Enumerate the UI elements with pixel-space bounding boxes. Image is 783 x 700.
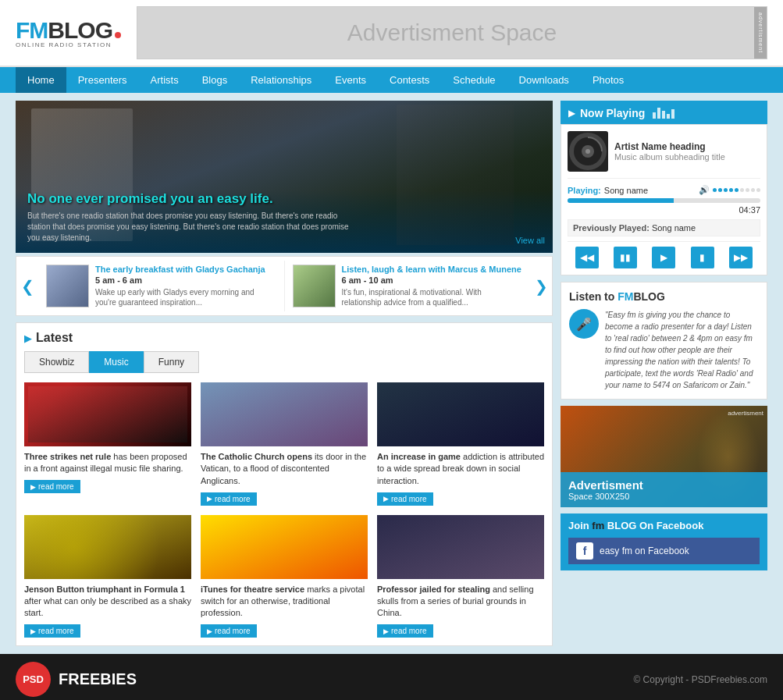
fb-title-on: On Facebook [636,520,703,531]
artist-name: Artist Name heading [614,141,725,152]
equalizer-bars [653,108,674,119]
logo-dot-icon [115,32,121,38]
nav-artists[interactable]: Artists [139,67,190,93]
carousel-item-2-title[interactable]: Listen, laugh & learn with Marcus & Mune… [342,265,523,274]
logo: FM BLOG ONLINE RADIO STATION [16,17,121,48]
progress-bar[interactable] [568,198,760,203]
play-button[interactable]: ▶ [652,247,675,268]
listen-title: Listen to FMBLOG [569,290,759,303]
nav-presenters[interactable]: Presenters [66,67,139,93]
ad-banner-side-label: advertisment [754,7,767,59]
artist-thumbnail [568,131,608,172]
news-title-2: The Catholic Church opens its door in th… [201,451,368,487]
carousel-next-arrow[interactable]: ❯ [530,277,552,296]
news-thumb-6 [377,515,544,579]
news-thumb-3 [377,382,544,446]
footer-logo: PSD FREEBIES [16,662,137,697]
music-disc-icon [568,132,607,171]
read-more-3[interactable]: ▶ read more [377,492,433,506]
facebook-icon: f [576,542,593,560]
logo-blog: BLOG [48,17,112,44]
news-item-4: Jenson Button triumphant in Formula 1 af… [24,515,191,638]
ad-box-text-overlay: Advertisment Space 300X250 [561,472,767,507]
logo-fm: FM [16,17,48,44]
carousel: ❮ The early breakfast with Gladys Gachan… [16,256,553,316]
current-song: Song name [604,186,648,195]
news-title-4-bold[interactable]: Jenson Button triumphant in Formula 1 [24,585,185,594]
svg-point-3 [585,149,590,154]
news-title-6-bold[interactable]: Professor jailed for stealing [377,585,490,594]
time-display: 04:37 [568,205,760,215]
latest-title: Latest [36,331,73,345]
read-more-2[interactable]: ▶ read more [201,492,257,506]
news-title-1-bold[interactable]: Three strikes net rule [24,452,111,461]
news-title-1: Three strikes net rule has been proposed… [24,451,191,475]
latest-header: ▶ Latest [24,331,544,345]
listen-body: 🎤 "Easy fm is giving you the chance to b… [569,309,759,391]
playing-label: Playing: [568,186,601,195]
hero-view-all[interactable]: View all [515,236,545,245]
playing-row: Playing: Song name 🔊 [568,185,760,195]
navigation: Home Presenters Artists Blogs Relationsh… [0,67,783,93]
listen-section: Listen to FMBLOG 🎤 "Easy fm is giving yo… [561,282,767,400]
carousel-item-2-desc: It's fun, inspirational & motivational. … [342,287,523,307]
carousel-item-1-title[interactable]: The early breakfast with Gladys Gachanja [95,265,276,274]
latest-arrow-icon: ▶ [24,332,32,344]
freebies-label: FREEBIES [59,670,137,688]
read-more-4[interactable]: ▶ read more [24,624,80,638]
news-thumb-5 [201,515,368,579]
fb-title-blog: BLOG [604,520,636,531]
facebook-link[interactable]: f easy fm on Facebook [568,538,760,564]
nav-photos[interactable]: Photos [581,67,635,93]
news-title-2-bold[interactable]: The Catholic Church opens [201,452,312,461]
hero-description: But there's one readio station that does… [27,211,355,243]
footer: PSD FREEBIES © Copyright - PSDFreebies.c… [0,654,783,700]
ad-box-size: Space 300X250 [568,492,760,501]
copyright: © Copyright - PSDFreebies.com [633,674,767,685]
nav-schedule[interactable]: Schedule [441,67,507,93]
nav-contests[interactable]: Contests [378,67,441,93]
nav-relationships[interactable]: Relationships [239,67,323,93]
news-title-3: An increase in game addiction is attribu… [377,451,544,487]
skip-forward-button[interactable]: ▶▶ [729,247,753,268]
ad-box-title: Advertisment [568,478,760,492]
news-title-3-bold[interactable]: An increase in game [377,452,461,461]
carousel-item-2-info: Listen, laugh & learn with Marcus & Mune… [342,265,523,307]
fb-title-join: Join [568,520,592,531]
facebook-link-text: easy fm on Facebook [600,545,689,556]
ad-box-label: advertisment [728,410,763,417]
listen-fm: FM [618,290,633,303]
latest-section: ▶ Latest Showbiz Music Funny [16,322,553,646]
volume-dots [713,188,760,192]
news-title-5-bold[interactable]: iTunes for theatre service [201,585,304,594]
microphone-icon: 🎤 [569,309,599,339]
tab-music[interactable]: Music [89,351,143,373]
listen-description: "Easy fm is giving you the chance to bec… [605,309,759,391]
right-column: ▶ Now Playing [561,101,767,646]
read-more-5[interactable]: ▶ read more [201,624,257,638]
read-more-1[interactable]: ▶ read more [24,480,80,493]
ad-box-background: Advertisment Space 300X250 [561,406,767,507]
nav-home[interactable]: Home [16,67,66,93]
carousel-item-1-time: 5 am - 6 am [95,275,276,285]
tab-showbiz[interactable]: Showbiz [24,351,89,373]
nav-downloads[interactable]: Downloads [507,67,581,93]
news-grid-row1: Three strikes net rule has been proposed… [24,382,544,506]
facebook-section: Join fm BLOG On Facebook f easy fm on Fa… [561,513,767,570]
read-more-6[interactable]: ▶ read more [377,624,433,638]
nav-blogs[interactable]: Blogs [190,67,240,93]
stop-button[interactable]: ▮ [691,247,714,268]
pause-button[interactable]: ▮▮ [614,247,637,268]
nav-events[interactable]: Events [323,67,378,93]
main-wrapper: No one ever promised you an easy life. B… [0,93,783,654]
news-grid-row2: Jenson Button triumphant in Formula 1 af… [24,515,544,638]
tab-funny[interactable]: Funny [144,351,199,373]
news-thumb-4 [24,515,191,579]
album-name: Music album subheading title [614,152,725,162]
skip-back-button[interactable]: ◀◀ [575,247,599,268]
hero-section: No one ever promised you an easy life. B… [16,101,553,253]
volume-icon: 🔊 [699,185,710,195]
carousel-prev-arrow[interactable]: ❮ [16,277,38,296]
prev-song: Song name [652,223,696,233]
header: FM BLOG ONLINE RADIO STATION Advertismen… [0,0,783,67]
